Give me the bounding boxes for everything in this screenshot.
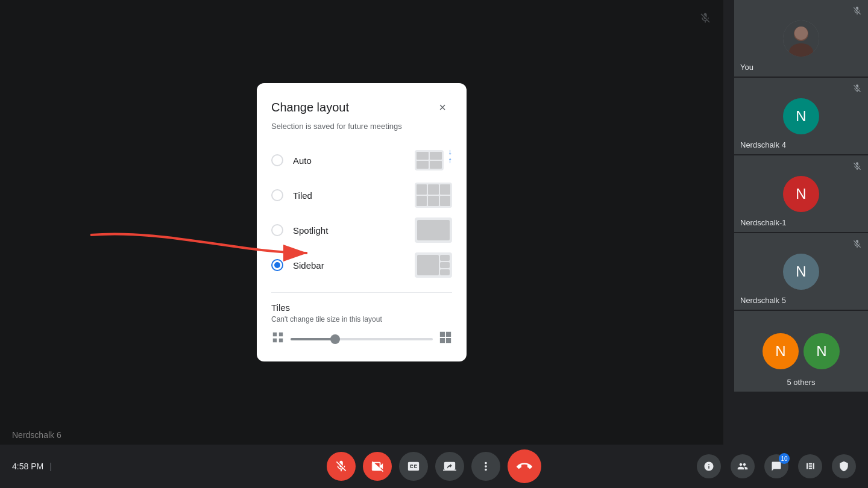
mute-button[interactable] (327, 452, 356, 481)
toolbar-time-section: 4:58 PM | (12, 461, 54, 471)
sidebar-icon-mini-1 (440, 255, 450, 261)
info-button[interactable] (697, 454, 721, 478)
participant-tile-you: You (734, 0, 868, 77)
modal-close-button[interactable]: × (433, 98, 452, 117)
modal-overlay: Change layout × Selection is saved for f… (0, 0, 723, 445)
nerdschalk1-avatar: N (783, 176, 819, 212)
tiles-slider-thumb[interactable] (330, 334, 340, 344)
layout-icon-tiled (415, 183, 452, 208)
toolbar-right-buttons: 10 (697, 454, 856, 478)
toolbar-center-buttons (327, 449, 541, 483)
sidebar-icon-mini-3 (440, 269, 450, 275)
others-avatar-1: N (763, 333, 799, 369)
tiles-slider[interactable] (291, 338, 433, 340)
modal-subtitle: Selection is saved for future meetings (271, 122, 452, 131)
nerdschalk5-tile-name: Nerdschalk 5 (740, 296, 786, 305)
red-arrow-indicator (72, 223, 326, 271)
tiles-slider-fill (291, 338, 333, 340)
tiles-large-icon (439, 331, 452, 347)
tiles-section: Tiles Can't change tile size in this lay… (271, 292, 452, 347)
activities-button[interactable] (798, 454, 822, 478)
layout-option-auto-left: Auto (271, 154, 312, 166)
captions-button[interactable] (399, 452, 428, 481)
layout-label-auto: Auto (293, 155, 312, 166)
nerdschalk5-mute-icon (852, 239, 862, 251)
participants-sidebar: You N Nerdschalk 4 N Nerdschalk-1 N Nerd… (734, 0, 868, 488)
tiles-subtitle: Can't change tile size in this layout (271, 315, 452, 324)
you-mute-icon (852, 6, 862, 17)
chat-badge: 10 (779, 453, 790, 464)
nerdschalk4-tile-name: Nerdschalk 4 (740, 140, 786, 149)
end-call-button[interactable] (508, 449, 541, 483)
camera-button[interactable] (363, 452, 392, 481)
layout-option-tiled-left: Tiled (271, 189, 312, 201)
nerdschalk5-avatar: N (783, 254, 819, 290)
svg-point-6 (794, 27, 808, 40)
layout-icon-spotlight (415, 217, 452, 243)
nerdschalk4-avatar: N (783, 98, 819, 134)
nerdschalk1-mute-icon (852, 161, 862, 173)
tiles-small-icon (271, 331, 285, 347)
others-tile-name: 5 others (787, 378, 816, 387)
others-avatar-2: N (804, 333, 840, 369)
layout-icon-sidebar (415, 252, 452, 278)
change-layout-modal: Change layout × Selection is saved for f… (257, 83, 467, 361)
sidebar-icon-mini-2 (440, 262, 450, 268)
tiles-title: Tiles (271, 302, 452, 313)
participant-tile-nerdschalk5: N Nerdschalk 5 (734, 233, 868, 310)
participant-tile-nerdschalk4: N Nerdschalk 4 (734, 78, 868, 154)
modal-header: Change layout × (271, 98, 452, 117)
chat-button[interactable]: 10 (764, 454, 788, 478)
layout-icon-auto: ↓↑ (415, 148, 452, 173)
tiles-slider-row (271, 331, 452, 347)
layout-option-tiled[interactable]: Tiled (271, 178, 452, 213)
sidebar-icon-main (417, 255, 439, 275)
layout-option-auto[interactable]: Auto ↓↑ (271, 143, 452, 178)
time-separator: | (49, 461, 52, 471)
layout-radio-auto (271, 154, 283, 166)
you-avatar (783, 20, 819, 57)
modal-title: Change layout (271, 101, 349, 114)
you-tile-name: You (740, 63, 753, 72)
shield-button[interactable] (832, 454, 856, 478)
nerdschalk1-tile-name: Nerdschalk-1 (740, 218, 787, 227)
participants-button[interactable] (731, 454, 755, 478)
participant-tile-nerdschalk1: N Nerdschalk-1 (734, 155, 868, 232)
layout-radio-tiled (271, 189, 283, 201)
nerdschalk4-mute-icon (852, 84, 862, 95)
present-button[interactable] (435, 452, 464, 481)
toolbar: 4:58 PM | (0, 445, 868, 488)
others-avatars: N N (763, 333, 840, 369)
current-time: 4:58 PM (12, 461, 43, 471)
sidebar-icon-mini (440, 255, 450, 275)
layout-label-tiled: Tiled (293, 190, 312, 201)
more-options-button[interactable] (471, 452, 500, 481)
participant-tile-others: N N 5 others (734, 311, 868, 392)
